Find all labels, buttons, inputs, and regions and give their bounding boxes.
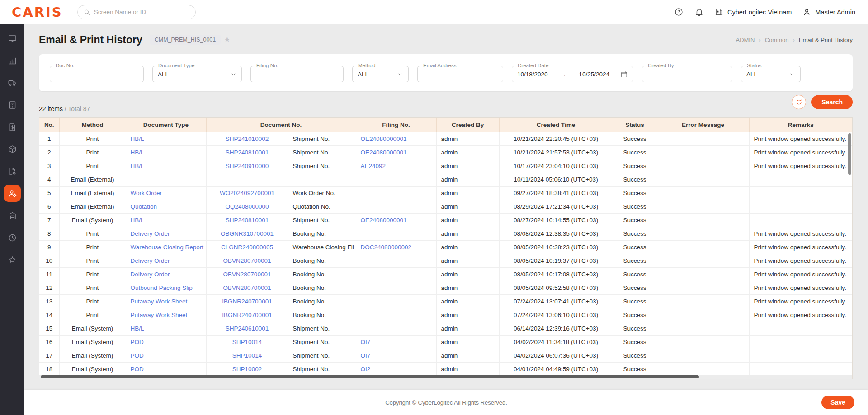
cell-document-no-link[interactable]: IBGNR240700001 — [222, 312, 272, 318]
email-address-input[interactable] — [423, 71, 498, 78]
created-date-range[interactable]: Created Date 10/18/2020 → 10/25/2024 — [512, 66, 633, 82]
cell-error-message — [657, 173, 749, 186]
vertical-scrollbar[interactable] — [848, 133, 851, 175]
created-by-input[interactable] — [647, 71, 727, 78]
cell-document-no-link[interactable]: SHP241010002 — [226, 135, 269, 142]
refresh-button[interactable] — [792, 95, 806, 109]
cell-document-type-link[interactable]: POD — [131, 339, 144, 345]
cell-document-type-link[interactable]: HB/L — [131, 135, 144, 142]
filing-no-field[interactable]: Filing No. — [250, 66, 344, 82]
sidebar-item-dashboard[interactable] — [4, 30, 21, 47]
cell-remarks — [749, 362, 852, 376]
company-name: CyberLogitec Vietnam — [727, 9, 792, 16]
chevron-down-icon — [231, 71, 236, 77]
cell-document-type-link[interactable]: HB/L — [131, 217, 144, 224]
cell-filing-no-link[interactable]: OI2 — [361, 366, 371, 373]
cell-document-type-link[interactable]: Outbound Packing Slip — [131, 284, 193, 291]
cell-document-no-link[interactable]: OBVN280700001 — [223, 257, 271, 264]
cell-filing-no-link[interactable]: OI7 — [361, 339, 371, 345]
sidebar-item-history[interactable] — [4, 229, 21, 246]
cell-remarks — [749, 200, 852, 213]
cell-document-type-link[interactable]: HB/L — [131, 325, 144, 332]
cell-document-no-link[interactable]: SHP240610001 — [226, 325, 269, 332]
cell-filing-no-link[interactable]: AE24092 — [361, 163, 386, 169]
cell-method: Print — [59, 240, 126, 254]
cell-document-type-link[interactable]: Quotation — [131, 203, 157, 210]
breadcrumb-admin[interactable]: ADMIN — [736, 37, 755, 43]
sidebar-item-user-management[interactable] — [4, 185, 21, 202]
cell-document-type-link[interactable]: POD — [131, 352, 144, 359]
cell-document-type-link[interactable]: POD — [131, 366, 144, 373]
search-button[interactable]: Search — [811, 95, 853, 109]
cell-no: 16 — [39, 335, 59, 349]
company-menu[interactable]: CyberLogitec Vietnam — [715, 8, 792, 16]
cell-document-type-link[interactable]: Warehouse Closing Report — [131, 244, 204, 251]
created-date-from[interactable]: 10/18/2020 — [517, 71, 548, 78]
cell-no: 1 — [39, 132, 59, 145]
cell-method: Print — [59, 281, 126, 294]
horizontal-scrollbar[interactable] — [41, 375, 699, 378]
breadcrumb-current: Email & Print History — [799, 37, 853, 43]
cell-ref-type: Booking No. — [288, 281, 356, 294]
cell-error-message — [657, 322, 749, 335]
filing-no-input[interactable] — [256, 71, 338, 78]
sidebar-item-document-settings[interactable] — [4, 163, 21, 180]
global-search-input[interactable] — [94, 9, 190, 15]
cell-document-type-link[interactable]: Delivery Order — [131, 271, 170, 278]
cell-error-message — [657, 267, 749, 281]
breadcrumb-common[interactable]: Common — [765, 37, 789, 43]
cell-filing-no-link[interactable]: OI7 — [361, 352, 371, 359]
cell-document-no-link[interactable]: OQ2408000000 — [225, 203, 269, 210]
cell-document-type-link[interactable]: Putaway Work Sheet — [131, 298, 188, 305]
cell-document-type-link[interactable]: HB/L — [131, 149, 144, 156]
help-button[interactable] — [674, 7, 684, 17]
global-search[interactable] — [77, 5, 196, 19]
cell-document-no-link[interactable]: SHP240810001 — [226, 217, 269, 224]
cell-filing-no-link[interactable]: OE24080000001 — [361, 149, 407, 156]
cell-filing-no-link[interactable]: OE24080000001 — [361, 217, 407, 224]
created-date-to[interactable]: 10/25/2024 — [579, 71, 609, 78]
cell-document-type-link[interactable]: Work Order — [131, 190, 162, 196]
created-by-field[interactable]: Created By — [642, 66, 732, 82]
sidebar-item-analytics[interactable] — [4, 52, 21, 69]
cell-document-no-link[interactable]: SHP10014 — [232, 339, 262, 345]
cell-document-type: Delivery Order — [126, 267, 206, 281]
notifications-button[interactable] — [694, 7, 704, 17]
favorite-star-icon[interactable]: ★ — [224, 36, 230, 43]
save-button[interactable]: Save — [821, 396, 854, 409]
cell-document-no-link[interactable]: OBVN280700001 — [223, 271, 271, 278]
calendar-icon[interactable] — [620, 70, 628, 78]
user-menu[interactable]: Master Admin — [802, 8, 855, 16]
cell-created-time: 08/05/2024 10:38:23 (UTC+03) — [499, 240, 613, 254]
cell-filing-no-link[interactable]: DOC24080000002 — [361, 244, 412, 251]
cell-no: 14 — [39, 308, 59, 322]
cell-document-no-link[interactable]: SHP10014 — [232, 352, 262, 359]
cell-document-type-link[interactable]: Putaway Work Sheet — [131, 312, 188, 318]
sidebar-item-invoice[interactable] — [4, 118, 21, 135]
sidebar-item-billing[interactable] — [4, 96, 21, 113]
cell-document-no-link[interactable]: SHP240810001 — [226, 149, 269, 156]
sidebar-item-equipment[interactable] — [4, 74, 21, 91]
cell-document-no-link[interactable]: IBGNR240700001 — [222, 298, 272, 305]
cell-document-no-link[interactable]: WO2024092700001 — [220, 190, 274, 196]
cell-document-no-link[interactable]: CLGNR240800005 — [221, 244, 273, 251]
cell-document-type-link[interactable]: HB/L — [131, 163, 144, 169]
document-type-select[interactable]: Document Type ALL — [152, 66, 242, 82]
doc-no-input[interactable] — [55, 71, 138, 78]
cell-document-type-link[interactable]: Delivery Order — [131, 230, 170, 237]
doc-no-field[interactable]: Doc No. — [50, 66, 144, 82]
sidebar-item-favorites[interactable] — [4, 251, 21, 268]
method-select[interactable]: Method ALL — [352, 66, 409, 82]
cell-filing-no-link[interactable]: OE24080000001 — [361, 135, 407, 142]
cell-document-no-link[interactable]: SHP10002 — [232, 366, 262, 373]
cell-document-no-link[interactable]: OBGNR310700001 — [221, 230, 274, 237]
cell-document-no-link[interactable]: OBVN280700001 — [223, 284, 271, 291]
status-select[interactable]: Status ALL — [741, 66, 801, 82]
sidebar-item-warehouse[interactable] — [4, 207, 21, 224]
cell-document-type-link[interactable]: Delivery Order — [131, 257, 170, 264]
cell-document-no-link[interactable]: SHP240910000 — [226, 163, 269, 169]
email-address-field[interactable]: Email Address — [417, 66, 503, 82]
breadcrumb-separator-icon: › — [793, 37, 794, 43]
caris-logo[interactable]: CARIS — [12, 5, 63, 20]
sidebar-item-inventory[interactable] — [4, 140, 21, 158]
